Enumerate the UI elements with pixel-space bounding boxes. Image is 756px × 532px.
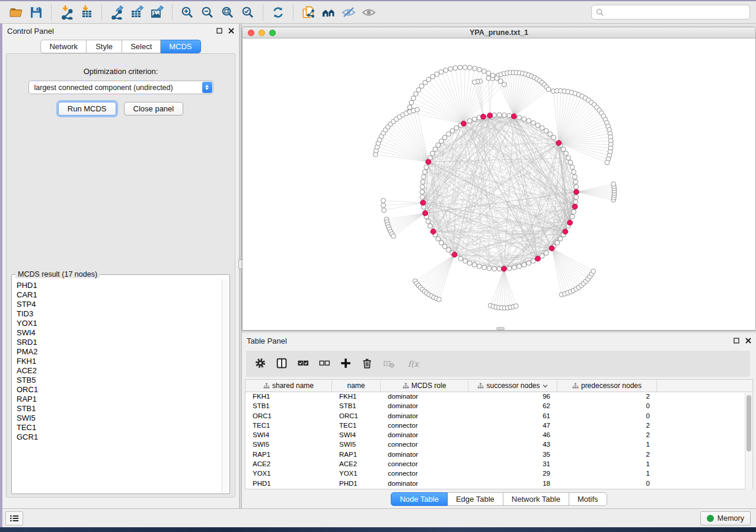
- network-node[interactable]: [472, 117, 477, 121]
- network-node[interactable]: [409, 100, 414, 105]
- network-node[interactable]: [522, 117, 527, 121]
- network-node[interactable]: [544, 251, 548, 255]
- network-node[interactable]: [437, 297, 442, 302]
- network-node[interactable]: [570, 214, 575, 219]
- network-node[interactable]: [574, 195, 579, 200]
- mcds-dominator-node[interactable]: [502, 266, 507, 271]
- network-node[interactable]: [439, 70, 444, 75]
- network-node[interactable]: [436, 143, 441, 148]
- tab-motifs[interactable]: Motifs: [569, 492, 607, 506]
- network-node[interactable]: [522, 262, 527, 267]
- network-node[interactable]: [558, 236, 563, 241]
- close-panel-button[interactable]: Close panel: [124, 102, 184, 116]
- refresh-layout-icon[interactable]: [268, 4, 288, 21]
- tab-style[interactable]: Style: [87, 40, 122, 53]
- network-node[interactable]: [551, 135, 556, 140]
- network-node[interactable]: [573, 175, 578, 180]
- table-row[interactable]: SWI5SWI5connector431: [245, 440, 752, 450]
- network-node[interactable]: [573, 180, 578, 184]
- network-node[interactable]: [444, 68, 448, 73]
- zoom-selected-icon[interactable]: [238, 4, 258, 21]
- settings-icon[interactable]: [252, 355, 270, 373]
- network-node[interactable]: [561, 147, 566, 152]
- create-column-icon[interactable]: [337, 355, 355, 373]
- network-node[interactable]: [502, 82, 506, 87]
- network-node[interactable]: [572, 169, 576, 174]
- network-node[interactable]: [420, 180, 425, 184]
- network-node[interactable]: [420, 195, 425, 200]
- network-node[interactable]: [573, 200, 578, 204]
- mcds-dominator-node[interactable]: [535, 256, 541, 261]
- network-node[interactable]: [507, 266, 512, 271]
- network-node[interactable]: [473, 80, 477, 85]
- network-node[interactable]: [540, 126, 544, 130]
- network-node[interactable]: [531, 259, 536, 264]
- select-all-columns-icon[interactable]: [295, 355, 312, 373]
- network-node[interactable]: [605, 160, 610, 165]
- network-node[interactable]: [420, 190, 425, 194]
- network-node[interactable]: [428, 224, 433, 229]
- network-node[interactable]: [555, 241, 560, 245]
- network-node[interactable]: [477, 68, 482, 72]
- network-node[interactable]: [423, 169, 428, 174]
- network-node[interactable]: [446, 132, 451, 136]
- column-header-shared-name[interactable]: shared name: [245, 380, 332, 392]
- network-node[interactable]: [517, 116, 522, 120]
- open-file-icon[interactable]: [6, 4, 26, 21]
- tab-network-table[interactable]: Network Table: [503, 492, 569, 506]
- network-node[interactable]: [424, 165, 429, 169]
- search-box[interactable]: [591, 5, 750, 20]
- network-node[interactable]: [591, 269, 596, 274]
- network-node[interactable]: [482, 265, 487, 270]
- close-window-icon[interactable]: [248, 30, 254, 36]
- import-network-icon[interactable]: [56, 4, 76, 21]
- network-node[interactable]: [450, 129, 455, 133]
- network-node[interactable]: [446, 248, 451, 252]
- table-row[interactable]: FKH1FKH1dominator962: [245, 392, 752, 402]
- zoom-fit-icon[interactable]: [218, 4, 238, 21]
- network-node[interactable]: [381, 203, 386, 208]
- column-header-successor-nodes[interactable]: successor nodes: [468, 380, 557, 392]
- network-node[interactable]: [426, 219, 430, 224]
- close-icon[interactable]: [745, 338, 751, 344]
- network-node[interactable]: [546, 87, 551, 92]
- network-node[interactable]: [486, 71, 491, 76]
- network-node[interactable]: [481, 69, 486, 73]
- network-node[interactable]: [574, 185, 579, 190]
- column-header-predecessor-nodes[interactable]: predecessor nodes: [557, 380, 657, 392]
- minimize-window-icon[interactable]: [259, 30, 265, 36]
- network-node[interactable]: [411, 96, 416, 101]
- network-node[interactable]: [436, 236, 441, 241]
- network-node[interactable]: [568, 160, 573, 165]
- tab-select[interactable]: Select: [122, 40, 161, 53]
- zoom-out-icon[interactable]: [197, 4, 218, 21]
- mcds-dominator-node[interactable]: [420, 200, 426, 206]
- network-node[interactable]: [490, 73, 495, 78]
- network-node[interactable]: [413, 92, 418, 97]
- mcds-dominator-node[interactable]: [487, 113, 493, 118]
- close-icon[interactable]: [228, 28, 234, 34]
- network-node[interactable]: [422, 175, 426, 180]
- network-node[interactable]: [448, 66, 453, 71]
- network-node[interactable]: [439, 139, 444, 143]
- table-row[interactable]: SWI4SWI4dominator462: [245, 431, 752, 440]
- mcds-dominator-node[interactable]: [423, 210, 428, 216]
- network-node[interactable]: [544, 129, 548, 133]
- network-node[interactable]: [453, 66, 458, 70]
- network-node[interactable]: [467, 261, 472, 265]
- network-node[interactable]: [513, 304, 518, 309]
- tab-mcds[interactable]: MCDS: [161, 40, 200, 53]
- table-row[interactable]: TEC1TEC1connector472: [245, 421, 752, 431]
- network-node[interactable]: [502, 113, 507, 117]
- mcds-dominator-node[interactable]: [481, 114, 486, 119]
- network-node[interactable]: [462, 65, 467, 70]
- network-node[interactable]: [487, 266, 492, 271]
- mcds-dominator-node[interactable]: [549, 246, 554, 251]
- network-node[interactable]: [531, 121, 536, 126]
- maximize-window-icon[interactable]: [269, 30, 276, 36]
- network-window-titlebar[interactable]: YPA_prune.txt_1: [243, 27, 755, 39]
- column-header-name[interactable]: name: [332, 380, 381, 392]
- network-node[interactable]: [420, 185, 425, 190]
- network-node[interactable]: [430, 74, 435, 79]
- network-node[interactable]: [472, 262, 477, 267]
